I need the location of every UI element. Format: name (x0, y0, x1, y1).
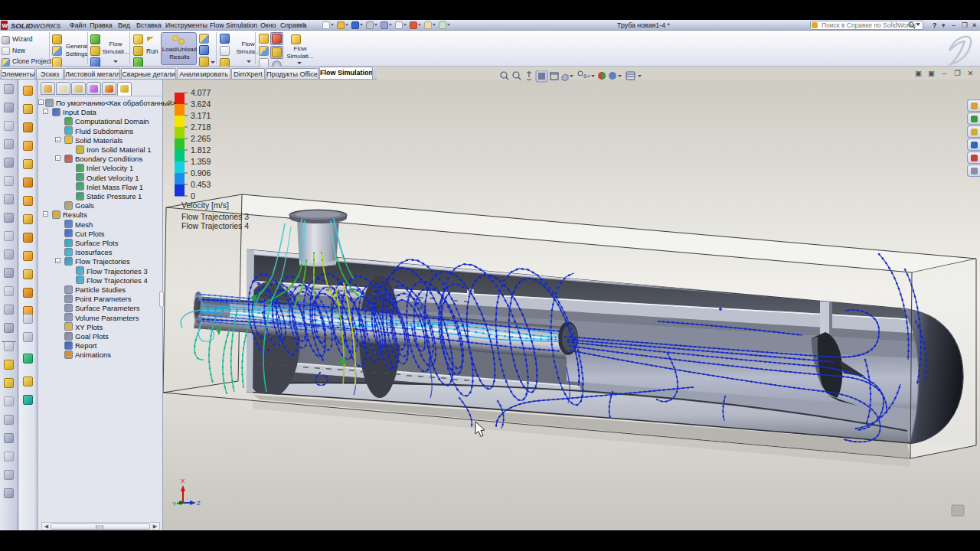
svg-text:SOLIDWORKS: SOLIDWORKS (11, 21, 61, 30)
svg-text:3.624: 3.624 (191, 99, 211, 109)
svg-text:4.077: 4.077 (191, 88, 211, 97)
svg-text:Y: Y (172, 500, 177, 507)
svg-text:6×: 6× (583, 73, 590, 80)
svg-text:X: X (181, 478, 185, 484)
svg-text:Z: Z (197, 500, 201, 507)
svg-text:W: W (2, 22, 8, 29)
